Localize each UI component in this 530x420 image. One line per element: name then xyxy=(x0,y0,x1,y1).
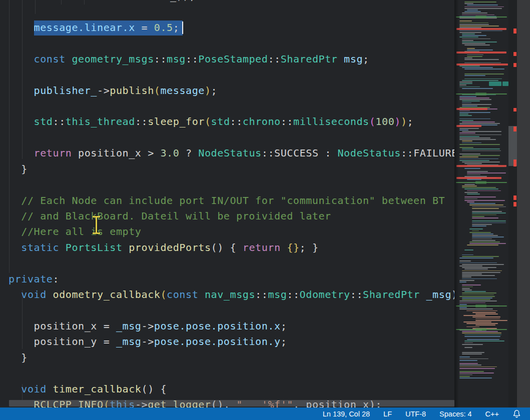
minimap-section-line xyxy=(475,328,486,331)
minimap-line xyxy=(462,352,484,353)
code-line[interactable]: position_x = _msg->pose.pose.position.x; xyxy=(9,318,287,334)
minimap-line xyxy=(459,134,501,136)
minimap-section-line xyxy=(475,181,486,184)
ruler-error-mark xyxy=(513,202,516,206)
minimap-line xyxy=(459,36,478,38)
minimap-line xyxy=(462,12,487,14)
minimap-line xyxy=(462,187,496,188)
code-token: void xyxy=(21,383,53,395)
code-line[interactable]: message.linear.x = 0.5; xyxy=(9,20,179,36)
code-token: //Here all is empty xyxy=(21,226,141,238)
status-item-encoding-indicator[interactable]: UTF-8 xyxy=(405,410,426,418)
code-token: ) xyxy=(394,116,401,128)
minimap-line xyxy=(459,66,480,66)
code-line[interactable]: return position_x > 3.0 ? NodeStatus::SU… xyxy=(9,146,454,162)
code-line[interactable]: static PortsList providedPorts() { retur… xyxy=(9,240,319,256)
minimap-line xyxy=(459,30,502,32)
minimap-line xyxy=(467,56,482,57)
code-line[interactable]: private: xyxy=(9,272,59,288)
minimap-line xyxy=(462,344,483,345)
code-token: this_thread xyxy=(66,116,135,128)
minimap-line xyxy=(462,104,491,105)
minimap-line xyxy=(462,80,498,81)
minimap-line xyxy=(462,186,477,186)
minimap-line xyxy=(464,340,504,342)
code-token: :: xyxy=(281,116,293,128)
code-line[interactable]: std::this_thread::sleep_for(std::chrono:… xyxy=(9,114,413,130)
code-line[interactable]: const geometry_msgs::msg::PoseStamped::S… xyxy=(9,52,369,68)
minimap-line xyxy=(459,22,488,24)
code-token: milliseconds xyxy=(293,116,369,128)
minimap-line xyxy=(462,100,480,102)
minimap-line xyxy=(462,131,501,132)
code-token: ) xyxy=(401,116,407,128)
code-token: :: xyxy=(401,147,413,159)
minimap-line xyxy=(472,214,496,216)
code-line[interactable]: publisher_->publish(message); xyxy=(9,83,217,99)
code-line[interactable]: _)); xyxy=(170,0,196,4)
status-item-cursor-position[interactable]: Ln 139, Col 28 xyxy=(323,410,370,418)
code-line[interactable]: position_y = _msg->pose.pose.position.y; xyxy=(9,334,287,350)
horizontal-scrollbar[interactable] xyxy=(9,400,454,406)
status-item-language-mode[interactable]: C++ xyxy=(485,410,499,418)
code-token: } xyxy=(21,352,28,364)
notifications-bell-icon[interactable] xyxy=(512,410,521,418)
code-token: ; xyxy=(281,336,287,348)
minimap-line xyxy=(459,307,467,308)
code-line[interactable]: void odometry_callback(const nav_msgs::m… xyxy=(9,287,454,303)
code-line[interactable]: // and BlackBoard. Dateil will be proivi… xyxy=(9,208,331,224)
minimap-line xyxy=(464,75,485,76)
minimap-line xyxy=(462,331,498,332)
minimap-line xyxy=(462,270,502,272)
ruler-error-mark xyxy=(513,108,516,112)
status-item-eol-indicator[interactable]: LF xyxy=(383,410,392,418)
minimap-line xyxy=(466,323,498,324)
minimap-error-line xyxy=(456,125,481,127)
minimap-line xyxy=(472,236,504,238)
minimap-line xyxy=(472,222,506,224)
minimap-line xyxy=(464,347,472,348)
code-token: msg xyxy=(167,53,186,65)
code-line[interactable]: // Each Node can include port IN/OUT for… xyxy=(9,193,445,209)
minimap-line xyxy=(459,302,485,304)
ruler-error-mark xyxy=(513,52,516,56)
code-token: :: xyxy=(135,116,148,128)
text-caret xyxy=(182,22,183,34)
minimap-line xyxy=(459,360,477,361)
code-token: { xyxy=(224,242,243,254)
minimap-line xyxy=(469,232,491,233)
minimap-line xyxy=(464,68,504,70)
code-token: const xyxy=(167,288,205,300)
code-line[interactable]: //Here all is empty xyxy=(9,224,141,240)
minimap-line xyxy=(459,20,472,22)
status-item-indentation-indicator[interactable]: Spaces: 4 xyxy=(439,410,472,418)
code-line[interactable]: } xyxy=(9,162,28,178)
code-token: _)); xyxy=(170,0,196,2)
code-line[interactable]: } xyxy=(9,350,28,366)
minimap-line xyxy=(464,74,504,74)
code-line[interactable]: void timer_callback() { xyxy=(9,382,167,398)
code-token: message.linear.x xyxy=(34,22,142,34)
minimap-line xyxy=(459,376,470,377)
minimap-line xyxy=(467,48,475,49)
minimap-line xyxy=(472,312,496,313)
minimap-line xyxy=(459,115,472,116)
code-editor[interactable]: _)); message.linear.x = 0.5; const geome… xyxy=(0,0,454,408)
code-token: ; xyxy=(173,22,180,34)
minimap-line xyxy=(464,2,496,2)
code-token: std xyxy=(211,116,230,128)
minimap-line xyxy=(464,336,500,337)
code-token: :: xyxy=(186,53,198,65)
minimap-line xyxy=(459,160,489,161)
code-token: pose.pose.position.y xyxy=(154,336,281,348)
code-token: static xyxy=(21,242,66,254)
minimap-line xyxy=(459,308,493,310)
minimap-line xyxy=(459,154,480,154)
minimap[interactable] xyxy=(454,0,508,408)
minimap-error-line xyxy=(456,52,506,54)
code-token: :: xyxy=(230,116,243,128)
minimap-line xyxy=(462,162,500,162)
minimap-line xyxy=(459,130,468,130)
code-token: : xyxy=(53,273,60,285)
minimap-line xyxy=(472,212,506,214)
